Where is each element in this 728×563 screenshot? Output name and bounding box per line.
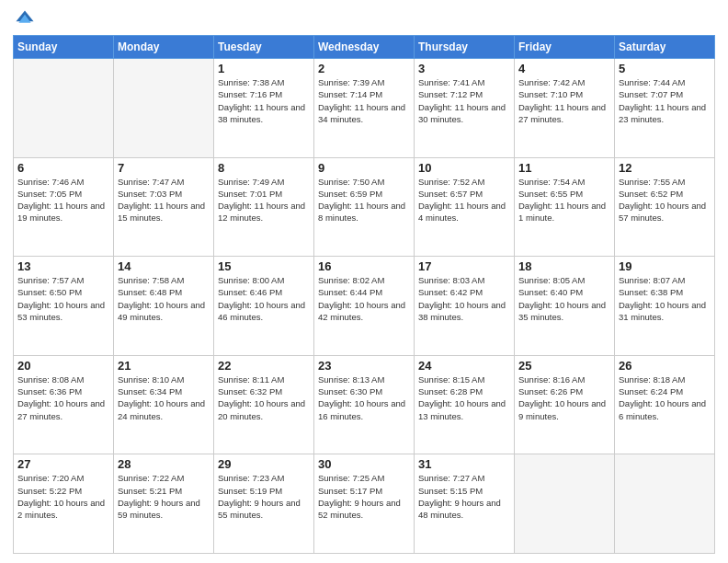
week-row-1: 1Sunrise: 7:38 AM Sunset: 7:16 PM Daylig… [14,59,715,158]
day-number: 2 [318,62,410,75]
calendar-cell: 12Sunrise: 7:55 AM Sunset: 6:52 PM Dayli… [615,157,715,257]
day-number: 17 [418,259,510,273]
calendar-cell: 16Sunrise: 8:02 AM Sunset: 6:44 PM Dayli… [314,257,415,356]
calendar-cell: 7Sunrise: 7:47 AM Sunset: 7:03 PM Daylig… [114,157,214,257]
calendar-cell: 28Sunrise: 7:22 AM Sunset: 5:21 PM Dayli… [114,454,214,554]
weekday-header-tuesday: Tuesday [214,36,314,59]
day-info: Sunrise: 7:52 AM Sunset: 6:57 PM Dayligh… [418,176,510,224]
day-number: 23 [318,359,410,373]
generalblue-icon [15,9,35,29]
calendar-cell: 22Sunrise: 8:11 AM Sunset: 6:32 PM Dayli… [214,355,314,454]
day-info: Sunrise: 8:18 AM Sunset: 6:24 PM Dayligh… [619,373,711,422]
day-number: 20 [17,359,109,373]
calendar-cell: 14Sunrise: 7:58 AM Sunset: 6:48 PM Dayli… [114,257,214,356]
day-number: 25 [518,359,610,373]
calendar-cell: 27Sunrise: 7:20 AM Sunset: 5:22 PM Dayli… [14,454,114,554]
calendar-cell: 18Sunrise: 8:05 AM Sunset: 6:40 PM Dayli… [515,257,615,356]
day-number: 30 [318,457,410,471]
calendar-cell: 19Sunrise: 8:07 AM Sunset: 6:38 PM Dayli… [615,257,715,356]
calendar-cell: 4Sunrise: 7:42 AM Sunset: 7:10 PM Daylig… [515,59,615,158]
day-info: Sunrise: 7:38 AM Sunset: 7:16 PM Dayligh… [218,76,310,125]
day-info: Sunrise: 7:41 AM Sunset: 7:12 PM Dayligh… [418,76,510,125]
day-info: Sunrise: 8:13 AM Sunset: 6:30 PM Dayligh… [318,373,410,422]
calendar-cell: 25Sunrise: 8:16 AM Sunset: 6:26 PM Dayli… [515,355,615,454]
day-number: 4 [518,62,610,75]
day-info: Sunrise: 7:39 AM Sunset: 7:14 PM Dayligh… [318,76,410,125]
day-number: 28 [118,457,210,471]
day-number: 27 [17,457,109,471]
day-info: Sunrise: 8:00 AM Sunset: 6:46 PM Dayligh… [218,274,310,323]
day-number: 24 [418,359,510,373]
day-info: Sunrise: 7:54 AM Sunset: 6:55 PM Dayligh… [518,176,610,224]
calendar-cell: 8Sunrise: 7:49 AM Sunset: 7:01 PM Daylig… [214,157,314,257]
day-number: 16 [318,259,410,273]
weekday-header-row: SundayMondayTuesdayWednesdayThursdayFrid… [14,36,715,59]
day-info: Sunrise: 8:02 AM Sunset: 6:44 PM Dayligh… [318,274,410,323]
day-info: Sunrise: 8:03 AM Sunset: 6:42 PM Dayligh… [418,274,510,323]
day-number: 6 [17,161,109,175]
week-row-5: 27Sunrise: 7:20 AM Sunset: 5:22 PM Dayli… [14,454,715,554]
weekday-header-monday: Monday [114,36,214,59]
header [13,9,715,29]
calendar-cell [515,454,615,554]
week-row-4: 20Sunrise: 8:08 AM Sunset: 6:36 PM Dayli… [14,355,715,454]
calendar-cell: 20Sunrise: 8:08 AM Sunset: 6:36 PM Dayli… [14,355,114,454]
day-number: 19 [619,259,711,273]
day-info: Sunrise: 8:08 AM Sunset: 6:36 PM Dayligh… [17,373,109,422]
calendar-cell: 21Sunrise: 8:10 AM Sunset: 6:34 PM Dayli… [114,355,214,454]
day-info: Sunrise: 7:58 AM Sunset: 6:48 PM Dayligh… [118,274,210,323]
day-info: Sunrise: 8:05 AM Sunset: 6:40 PM Dayligh… [518,274,610,323]
day-info: Sunrise: 7:23 AM Sunset: 5:19 PM Dayligh… [218,472,310,521]
weekday-header-thursday: Thursday [415,36,515,59]
calendar-cell: 29Sunrise: 7:23 AM Sunset: 5:19 PM Dayli… [214,454,314,554]
day-info: Sunrise: 8:11 AM Sunset: 6:32 PM Dayligh… [218,373,310,422]
day-number: 1 [218,62,310,75]
day-number: 12 [619,161,711,175]
day-number: 5 [619,62,711,75]
weekday-header-friday: Friday [515,36,615,59]
calendar-cell: 23Sunrise: 8:13 AM Sunset: 6:30 PM Dayli… [314,355,415,454]
calendar-cell: 17Sunrise: 8:03 AM Sunset: 6:42 PM Dayli… [415,257,515,356]
calendar-cell [114,59,214,158]
calendar-cell: 5Sunrise: 7:44 AM Sunset: 7:07 PM Daylig… [615,59,715,158]
calendar-cell: 1Sunrise: 7:38 AM Sunset: 7:16 PM Daylig… [214,59,314,158]
day-number: 8 [218,161,310,175]
calendar-cell: 30Sunrise: 7:25 AM Sunset: 5:17 PM Dayli… [314,454,415,554]
week-row-2: 6Sunrise: 7:46 AM Sunset: 7:05 PM Daylig… [14,157,715,257]
day-number: 14 [118,259,210,273]
calendar-cell: 2Sunrise: 7:39 AM Sunset: 7:14 PM Daylig… [314,59,415,158]
day-number: 31 [418,457,510,471]
day-info: Sunrise: 7:46 AM Sunset: 7:05 PM Dayligh… [17,176,109,224]
day-number: 29 [218,457,310,471]
day-info: Sunrise: 7:47 AM Sunset: 7:03 PM Dayligh… [118,176,210,224]
calendar-cell: 9Sunrise: 7:50 AM Sunset: 6:59 PM Daylig… [314,157,415,257]
day-number: 3 [418,62,510,75]
calendar: SundayMondayTuesdayWednesdayThursdayFrid… [13,35,715,554]
calendar-cell: 3Sunrise: 7:41 AM Sunset: 7:12 PM Daylig… [415,59,515,158]
calendar-cell: 31Sunrise: 7:27 AM Sunset: 5:15 PM Dayli… [415,454,515,554]
day-number: 11 [518,161,610,175]
day-info: Sunrise: 7:55 AM Sunset: 6:52 PM Dayligh… [619,176,711,224]
logo [13,9,37,29]
week-row-3: 13Sunrise: 7:57 AM Sunset: 6:50 PM Dayli… [14,257,715,356]
day-number: 18 [518,259,610,273]
calendar-cell [615,454,715,554]
day-info: Sunrise: 7:42 AM Sunset: 7:10 PM Dayligh… [518,76,610,125]
day-info: Sunrise: 8:07 AM Sunset: 6:38 PM Dayligh… [619,274,711,323]
day-info: Sunrise: 7:22 AM Sunset: 5:21 PM Dayligh… [118,472,210,521]
calendar-cell [14,59,114,158]
day-info: Sunrise: 8:16 AM Sunset: 6:26 PM Dayligh… [518,373,610,422]
day-info: Sunrise: 7:49 AM Sunset: 7:01 PM Dayligh… [218,176,310,224]
day-info: Sunrise: 7:27 AM Sunset: 5:15 PM Dayligh… [418,472,510,521]
calendar-cell: 10Sunrise: 7:52 AM Sunset: 6:57 PM Dayli… [415,157,515,257]
day-number: 7 [118,161,210,175]
calendar-cell: 24Sunrise: 8:15 AM Sunset: 6:28 PM Dayli… [415,355,515,454]
day-info: Sunrise: 7:25 AM Sunset: 5:17 PM Dayligh… [318,472,410,521]
day-number: 13 [17,259,109,273]
day-number: 21 [118,359,210,373]
day-number: 26 [619,359,711,373]
day-info: Sunrise: 7:20 AM Sunset: 5:22 PM Dayligh… [17,472,109,521]
calendar-cell: 26Sunrise: 8:18 AM Sunset: 6:24 PM Dayli… [615,355,715,454]
calendar-cell: 13Sunrise: 7:57 AM Sunset: 6:50 PM Dayli… [14,257,114,356]
day-info: Sunrise: 7:50 AM Sunset: 6:59 PM Dayligh… [318,176,410,224]
